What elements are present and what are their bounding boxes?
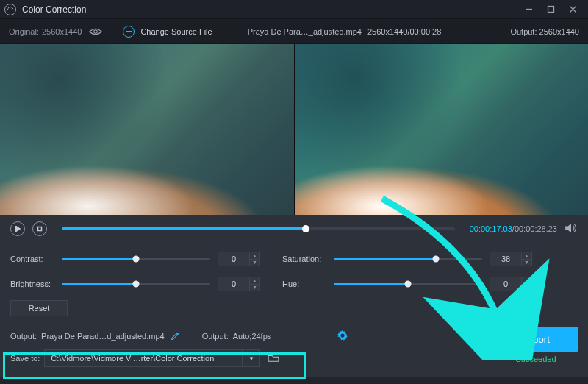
change-source-label: Change Source File: [140, 27, 212, 36]
contrast-control: Contrast: ▲▼: [10, 252, 260, 266]
titlebar: Color Correction: [0, 0, 588, 19]
saturation-input[interactable]: [490, 252, 522, 266]
contrast-input[interactable]: [218, 252, 250, 266]
seek-slider[interactable]: [62, 227, 455, 230]
output-file-name: Praya De Parad…d_adjusted.mp4: [41, 332, 165, 341]
current-time: 00:00:17.03: [470, 224, 512, 233]
contrast-label: Contrast:: [10, 255, 54, 263]
output-fmt-label: Output:: [202, 332, 229, 341]
output-file-label: Output:: [10, 332, 37, 341]
volume-icon[interactable]: [564, 223, 578, 235]
brightness-step-up[interactable]: ▲: [250, 277, 259, 285]
adjusted-preview: [294, 44, 589, 215]
export-button[interactable]: Export: [494, 327, 578, 352]
output-resolution: Output: 2560x1440: [510, 27, 579, 36]
preview-area: [0, 44, 588, 215]
hue-step-down[interactable]: ▼: [522, 285, 531, 291]
brightness-slider[interactable]: [62, 283, 210, 285]
original-label: Original:: [9, 27, 39, 36]
saturation-step-up[interactable]: ▲: [522, 252, 531, 260]
svg-rect-0: [548, 7, 553, 13]
settings-icon[interactable]: [337, 330, 348, 342]
maximize-button[interactable]: [539, 0, 562, 19]
hue-label: Hue:: [282, 280, 326, 288]
output-fmt-value: Auto;24fps: [233, 332, 272, 341]
svg-point-1: [94, 29, 98, 33]
brightness-control: Brightness: ▲▼: [10, 277, 260, 291]
preview-toggle-icon[interactable]: [89, 27, 102, 36]
plus-circle-icon: [123, 26, 135, 38]
playback-controls: 00:00:17.03/00:00:28.23: [0, 215, 588, 243]
window-title: Color Correction: [22, 4, 86, 15]
color-correction-window: Color Correction Original: 2560x1440 Cha…: [0, 0, 588, 384]
open-folder-icon[interactable]: [265, 349, 282, 367]
stop-button[interactable]: [32, 221, 47, 236]
original-preview: [0, 44, 294, 215]
saturation-label: Saturation:: [282, 255, 326, 263]
saturation-control: Saturation: ▲▼: [282, 252, 532, 266]
contrast-step-up[interactable]: ▲: [250, 252, 259, 260]
save-path-dropdown[interactable]: ▼: [243, 349, 260, 367]
source-filename: Praya De Para…_adjusted.mp4: [248, 27, 362, 36]
adjustment-panel: Contrast: ▲▼ Saturation: ▲▼ Brightness:: [0, 243, 588, 319]
saturation-slider[interactable]: [334, 258, 482, 260]
original-resolution: 2560x1440: [42, 27, 82, 36]
close-button[interactable]: [562, 0, 584, 19]
change-source-button[interactable]: Change Source File: [123, 26, 212, 38]
app-logo-icon: [4, 4, 16, 15]
export-status: Succeeded: [494, 355, 578, 363]
contrast-step-down[interactable]: ▼: [250, 260, 259, 266]
save-to-label: Save to:: [10, 354, 40, 363]
contrast-slider[interactable]: [62, 258, 210, 260]
time-display: 00:00:17.03/00:00:28.23: [470, 224, 557, 233]
svg-rect-2: [38, 227, 42, 231]
brightness-input[interactable]: [218, 277, 250, 291]
minimize-button[interactable]: [517, 0, 539, 19]
rename-icon[interactable]: [171, 331, 180, 342]
hue-input[interactable]: [490, 277, 522, 291]
hue-step-up[interactable]: ▲: [522, 277, 531, 285]
source-res-duration: 2560x1440/00:00:28: [368, 27, 441, 36]
hue-control: Hue: ▲▼: [282, 277, 532, 291]
brightness-step-down[interactable]: ▼: [250, 285, 259, 291]
reset-button[interactable]: Reset: [10, 300, 68, 316]
save-path-field[interactable]: C:\Vidmore\Vidmore Vi…rter\Color Correct…: [44, 349, 243, 367]
brightness-label: Brightness:: [10, 280, 54, 288]
output-panel: Output: Praya De Parad…d_adjusted.mp4 Ou…: [0, 319, 588, 377]
hue-slider[interactable]: [334, 283, 482, 285]
source-info-bar: Original: 2560x1440 Change Source File P…: [0, 19, 588, 44]
saturation-step-down[interactable]: ▼: [522, 260, 531, 266]
play-button[interactable]: [10, 221, 25, 236]
